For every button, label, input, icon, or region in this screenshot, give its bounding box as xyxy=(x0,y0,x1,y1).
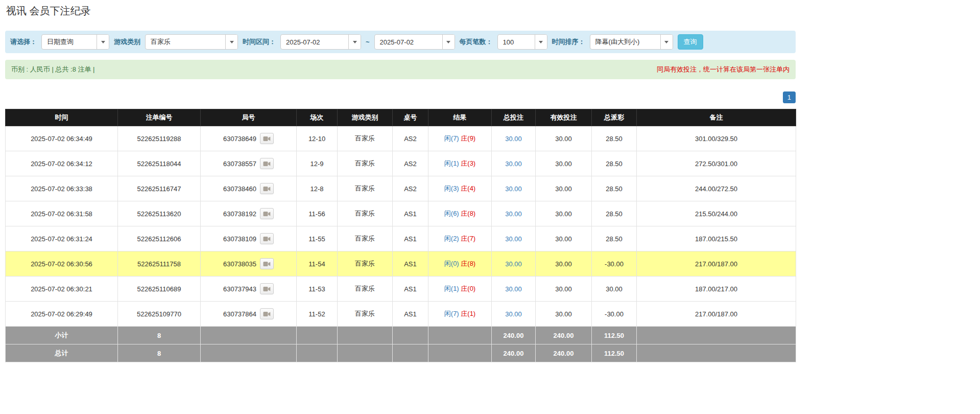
chevron-down-icon[interactable] xyxy=(535,35,547,49)
session-cell: 11-53 xyxy=(297,277,338,302)
pagination: 1 xyxy=(5,91,796,103)
page-size-dropdown[interactable]: 100 xyxy=(497,34,547,50)
round-video-button[interactable] xyxy=(260,233,274,244)
total-bet-cell: 30.00 xyxy=(492,277,536,302)
bet-id-cell: 522625118044 xyxy=(118,151,201,176)
total-bet-link[interactable]: 30.00 xyxy=(505,260,522,268)
banker-result: 庄(9) xyxy=(461,134,475,142)
query-type-dropdown[interactable]: 日期查询 xyxy=(41,34,109,50)
banker-result: 庄(1) xyxy=(461,310,475,317)
chevron-down-icon[interactable] xyxy=(660,35,673,49)
total-bet-link[interactable]: 30.00 xyxy=(505,310,522,318)
round-id: 630738035 xyxy=(223,260,256,268)
round-video-button[interactable] xyxy=(260,133,274,144)
summary-count: 8 xyxy=(118,344,201,362)
date-from-picker[interactable]: 2025-07-02 xyxy=(280,34,361,50)
date-to-picker[interactable]: 2025-07-02 xyxy=(374,34,455,50)
table-no-cell: AS1 xyxy=(393,302,428,327)
page-1-button[interactable]: 1 xyxy=(783,91,796,103)
chevron-down-icon[interactable] xyxy=(442,35,455,49)
column-header: 时间 xyxy=(6,109,118,126)
column-header: 注单编号 xyxy=(118,109,201,126)
result-cell: 闲(2) 庄(7) xyxy=(428,226,492,251)
game-type-dropdown[interactable]: 百家乐 xyxy=(145,34,238,50)
result-cell: 闲(0) 庄(8) xyxy=(428,251,492,277)
round-video-button[interactable] xyxy=(260,308,274,319)
summary-valid-bet: 240.00 xyxy=(536,327,592,344)
video-camera-icon xyxy=(263,286,271,292)
remark-cell: 187.00/215.50 xyxy=(637,226,796,251)
bet-id-cell: 522625116747 xyxy=(118,176,201,201)
column-header: 场次 xyxy=(297,109,338,126)
valid-bet-cell: 30.00 xyxy=(536,151,592,176)
bet-id-cell: 522625112606 xyxy=(118,226,201,251)
bet-id-cell: 522625113620 xyxy=(118,201,201,226)
summary-row: 小计 8 240.00 240.00 112.50 xyxy=(6,327,796,344)
payout-cell: 28.50 xyxy=(592,151,637,176)
time-sort-value: 降幕(由大到小) xyxy=(590,35,660,49)
result-cell: 闲(1) 庄(3) xyxy=(428,151,492,176)
round-video-button[interactable] xyxy=(260,283,274,294)
round-video-button[interactable] xyxy=(260,183,274,194)
valid-bet-notice-text: 同局有效投注，统一计算在该局第一张注单内 xyxy=(657,65,790,74)
valid-bet-cell: 30.00 xyxy=(536,277,592,302)
chevron-down-icon[interactable] xyxy=(348,35,361,49)
round-cell: 630737943 xyxy=(201,277,297,302)
payout-cell: 28.50 xyxy=(592,201,637,226)
round-id: 630737864 xyxy=(223,310,256,318)
round-cell: 630738109 xyxy=(201,226,297,251)
time-sort-dropdown[interactable]: 降幕(由大到小) xyxy=(590,34,673,50)
table-no-cell: AS2 xyxy=(393,176,428,201)
banker-result: 庄(8) xyxy=(461,260,475,267)
total-bet-link[interactable]: 30.00 xyxy=(505,285,522,293)
table-row: 2025-07-02 06:33:38 522625116747 6307384… xyxy=(6,176,796,201)
game-type-value: 百家乐 xyxy=(146,35,225,49)
column-header: 结果 xyxy=(428,109,492,126)
game-type-cell: 百家乐 xyxy=(338,277,393,302)
remark-cell: 244.00/272.50 xyxy=(637,176,796,201)
video-camera-icon xyxy=(263,161,271,167)
summary-remark xyxy=(637,327,796,344)
page-title: 视讯 会员下注纪录 xyxy=(6,4,796,18)
player-result: 闲(3) xyxy=(444,185,459,192)
round-video-button[interactable] xyxy=(260,158,274,169)
table-row: 2025-07-02 06:30:56 522625111758 6307380… xyxy=(6,251,796,277)
round-id: 630738649 xyxy=(223,135,256,143)
summary-label: 小计 xyxy=(6,327,118,344)
total-bet-link[interactable]: 30.00 xyxy=(505,185,522,193)
round-video-button[interactable] xyxy=(260,258,274,269)
session-cell: 12-8 xyxy=(297,176,338,201)
column-header: 总派彩 xyxy=(592,109,637,126)
summary-count: 8 xyxy=(118,327,201,344)
summary-valid-bet: 240.00 xyxy=(536,344,592,362)
total-bet-link[interactable]: 30.00 xyxy=(505,210,522,218)
total-bet-cell: 30.00 xyxy=(492,151,536,176)
banker-result: 庄(7) xyxy=(461,235,475,242)
total-bet-cell: 30.00 xyxy=(492,201,536,226)
search-button[interactable]: 查询 xyxy=(678,34,703,50)
chevron-down-icon[interactable] xyxy=(97,35,109,49)
table-row: 2025-07-02 06:34:49 522625119288 6307386… xyxy=(6,126,796,151)
total-bet-link[interactable]: 30.00 xyxy=(505,135,522,143)
bet-records-table: 时间注单编号局号场次游戏类别桌号结果总投注有效投注总派彩备注 2025-07-0… xyxy=(5,109,796,362)
time-cell: 2025-07-02 06:33:38 xyxy=(6,176,118,201)
game-type-label: 游戏类别 xyxy=(114,37,140,47)
round-video-button[interactable] xyxy=(260,208,274,219)
total-bet-link[interactable]: 30.00 xyxy=(505,160,522,168)
video-camera-icon xyxy=(263,311,271,317)
payout-cell: -30.00 xyxy=(592,251,637,277)
table-no-cell: AS2 xyxy=(393,126,428,151)
total-bet-link[interactable]: 30.00 xyxy=(505,235,522,243)
remark-cell: 217.00/187.00 xyxy=(637,302,796,327)
column-header: 游戏类别 xyxy=(338,109,393,126)
remark-cell: 187.00/217.00 xyxy=(637,277,796,302)
result-cell: 闲(6) 庄(8) xyxy=(428,201,492,226)
column-header: 备注 xyxy=(637,109,796,126)
chevron-down-icon[interactable] xyxy=(225,35,237,49)
round-cell: 630737864 xyxy=(201,302,297,327)
summary-row: 总计 8 240.00 240.00 112.50 xyxy=(6,344,796,362)
time-range-label: 时间区间： xyxy=(243,37,276,47)
summary-remark xyxy=(637,344,796,362)
total-bet-cell: 30.00 xyxy=(492,251,536,277)
result-cell: 闲(3) 庄(4) xyxy=(428,176,492,201)
